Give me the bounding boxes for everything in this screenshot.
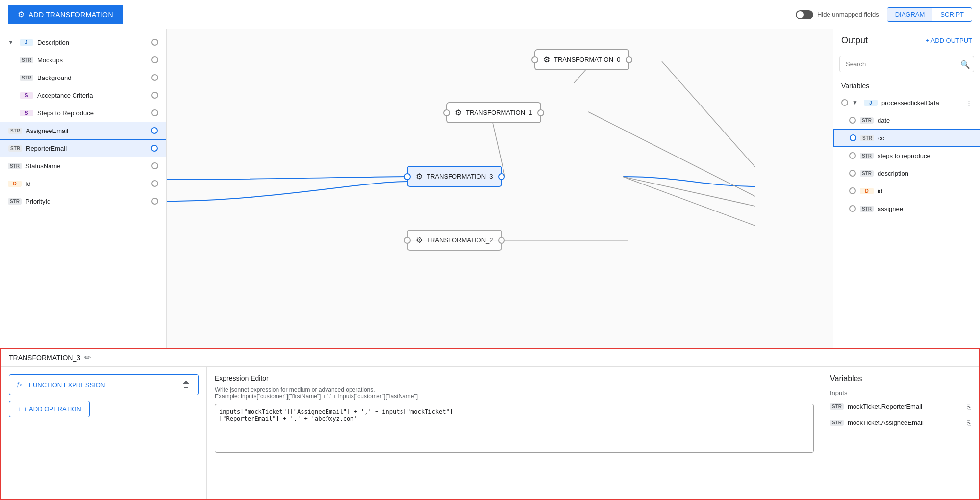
field-row[interactable]: D Id bbox=[0, 175, 166, 192]
node-dot-left bbox=[531, 56, 538, 63]
var-row[interactable]: STR steps to reproduce bbox=[833, 147, 980, 164]
connector-dot[interactable] bbox=[151, 145, 158, 152]
top-toolbar: ⚙ ADD TRANSFORMATION Hide unmapped field… bbox=[0, 0, 980, 29]
search-input[interactable] bbox=[839, 56, 974, 72]
vars-right-title: Variables bbox=[830, 374, 971, 383]
var-name: steps to reproduce bbox=[878, 152, 972, 159]
transformation-0-node[interactable]: ⚙ TRANSFORMATION_0 bbox=[534, 49, 629, 70]
var-input-name: mockTicket.ReporterEmail bbox=[848, 403, 963, 410]
field-row[interactable]: ▼ J Description bbox=[0, 33, 166, 51]
inputs-label: Inputs bbox=[830, 389, 971, 396]
toggle-switch[interactable] bbox=[796, 10, 813, 19]
copy-icon[interactable]: ⎘ bbox=[967, 402, 971, 411]
var-name: assignee bbox=[878, 205, 972, 212]
var-row[interactable]: STR description bbox=[833, 164, 980, 182]
variables-title: Variables bbox=[833, 80, 980, 94]
field-type-badge: STR bbox=[8, 145, 22, 152]
field-type-badge: STR bbox=[8, 163, 22, 169]
hide-unmapped-toggle: Hide unmapped fields bbox=[796, 10, 879, 19]
gear-icon: ⚙ bbox=[455, 108, 462, 117]
connector-dot[interactable] bbox=[151, 162, 158, 169]
field-type-badge: J bbox=[20, 39, 33, 46]
gear-icon: ⚙ bbox=[416, 236, 423, 245]
field-row-left: ▼ J Description bbox=[8, 39, 69, 46]
var-row[interactable]: ▼ J processedticketData ⋮ bbox=[833, 94, 980, 111]
bottom-panel-body: 𝑓ₓ FUNCTION EXPRESSION 🗑 + + ADD OPERATI… bbox=[1, 367, 979, 499]
add-output-button[interactable]: + ADD OUTPUT bbox=[926, 37, 972, 44]
field-row-left: S Acceptance Criteria bbox=[20, 92, 93, 99]
field-row-left: S Steps to Reproduce bbox=[20, 109, 94, 117]
expand-arrow-icon[interactable]: ▼ bbox=[852, 99, 858, 106]
connector-dot[interactable] bbox=[151, 39, 158, 46]
var-dot-left bbox=[841, 99, 848, 106]
tab-script[interactable]: SCRIPT bbox=[932, 8, 972, 21]
transformation-3-node[interactable]: ⚙ TRANSFORMATION_3 bbox=[407, 166, 502, 187]
tab-diagram[interactable]: DIAGRAM bbox=[887, 8, 933, 21]
bottom-panel: TRANSFORMATION_3 ✏ 𝑓ₓ FUNCTION EXPRESSIO… bbox=[0, 348, 980, 500]
expression-textarea[interactable]: inputs["mockTicket"]["AssigneeEmail"] + … bbox=[215, 404, 814, 453]
field-name: StatusName bbox=[25, 162, 61, 170]
edit-icon[interactable]: ✏ bbox=[84, 353, 91, 362]
field-row[interactable]: STR StatusName bbox=[0, 157, 166, 175]
add-transformation-button[interactable]: ⚙ ADD TRANSFORMATION bbox=[8, 5, 123, 24]
copy-icon[interactable]: ⎘ bbox=[967, 419, 971, 427]
search-icon: 🔍 bbox=[960, 59, 970, 69]
var-name: cc bbox=[878, 134, 972, 142]
var-row[interactable]: STR date bbox=[833, 111, 980, 129]
variables-section: Variables ▼ J processedticketData ⋮ STR … bbox=[833, 76, 980, 348]
connector-dot[interactable] bbox=[151, 92, 158, 99]
node-label: TRANSFORMATION_0 bbox=[554, 56, 621, 63]
connector-dot[interactable] bbox=[151, 198, 158, 205]
expand-arrow-icon[interactable]: ▼ bbox=[8, 39, 14, 46]
field-type-badge: STR bbox=[860, 170, 874, 177]
gear-icon: ⚙ bbox=[416, 172, 423, 181]
field-row-reporter-email[interactable]: STR ReporterEmail bbox=[0, 139, 166, 157]
transformation-2-node[interactable]: ⚙ TRANSFORMATION_2 bbox=[407, 230, 502, 251]
field-type-badge: STR bbox=[860, 135, 874, 141]
svg-line-4 bbox=[623, 177, 755, 206]
delete-icon[interactable]: 🗑 bbox=[182, 380, 190, 389]
field-row[interactable]: STR PriorityId bbox=[0, 192, 166, 210]
field-row-left: D Id bbox=[8, 180, 31, 187]
more-options-icon[interactable]: ⋮ bbox=[966, 99, 972, 106]
var-dot-left bbox=[850, 134, 856, 141]
field-type-badge: STR bbox=[8, 128, 22, 134]
node-dot-left bbox=[404, 173, 411, 180]
connector-dot[interactable] bbox=[151, 56, 158, 63]
left-panel: ▼ J Description STR Mockups STR bbox=[0, 29, 167, 348]
field-name: Description bbox=[37, 39, 69, 46]
expr-editor-title: Expression Editor bbox=[215, 374, 814, 382]
field-row[interactable]: STR Mockups bbox=[0, 51, 166, 69]
field-type-badge: S bbox=[20, 92, 33, 99]
var-row-cc[interactable]: STR cc bbox=[833, 129, 980, 147]
field-row-left: STR AssigneeEmail bbox=[8, 127, 68, 134]
var-name: description bbox=[878, 170, 972, 177]
field-type-badge: STR bbox=[860, 206, 874, 212]
var-dot-left bbox=[849, 205, 856, 212]
hide-unmapped-label: Hide unmapped fields bbox=[817, 11, 879, 18]
expression-editor: Expression Editor Write jsonnet expressi… bbox=[207, 367, 822, 499]
add-operation-button[interactable]: + + ADD OPERATION bbox=[9, 401, 90, 417]
connector-dot[interactable] bbox=[151, 109, 158, 116]
var-input-name: mockTicket.AssigneeEmail bbox=[848, 419, 963, 426]
field-type-badge: STR bbox=[8, 198, 22, 205]
var-row[interactable]: D id bbox=[833, 182, 980, 200]
node-dot-right bbox=[537, 109, 544, 116]
svg-text:𝑓ₓ: 𝑓ₓ bbox=[17, 380, 22, 388]
node-label: TRANSFORMATION_3 bbox=[427, 173, 493, 180]
connector-dot[interactable] bbox=[151, 74, 158, 81]
field-row-assignee-email[interactable]: STR AssigneeEmail bbox=[0, 122, 166, 139]
field-row[interactable]: S Steps to Reproduce bbox=[0, 104, 166, 122]
function-expression-button[interactable]: 𝑓ₓ FUNCTION EXPRESSION 🗑 bbox=[9, 374, 199, 395]
var-row[interactable]: STR assignee bbox=[833, 200, 980, 217]
transformation-1-node[interactable]: ⚙ TRANSFORMATION_1 bbox=[446, 102, 541, 123]
connector-dot[interactable] bbox=[151, 180, 158, 187]
field-row-left: STR StatusName bbox=[8, 162, 61, 170]
connector-dot[interactable] bbox=[151, 127, 158, 134]
field-row[interactable]: S Acceptance Criteria bbox=[0, 86, 166, 104]
field-row-left: STR Background bbox=[20, 74, 71, 81]
field-row[interactable]: STR Background bbox=[0, 69, 166, 86]
var-dot-left bbox=[849, 170, 856, 177]
view-tabs: DIAGRAM SCRIPT bbox=[887, 7, 972, 22]
output-title: Output bbox=[841, 35, 868, 46]
